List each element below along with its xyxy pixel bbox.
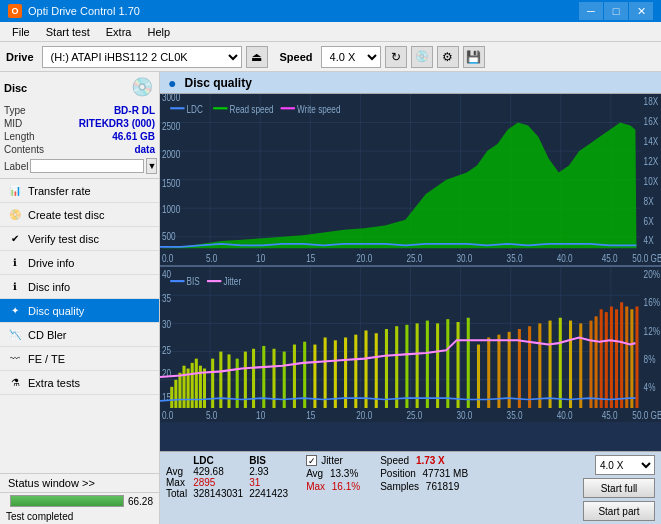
svg-rect-91 xyxy=(203,369,206,408)
drive-info-icon: ℹ xyxy=(8,256,22,270)
svg-text:10: 10 xyxy=(256,252,265,265)
menu-file[interactable]: File xyxy=(4,24,38,40)
disc-eject-icon[interactable]: 💿 xyxy=(131,76,155,100)
start-part-button[interactable]: Start part xyxy=(583,501,655,521)
sidebar-item-disc-quality[interactable]: ✦ Disc quality xyxy=(0,299,159,323)
status-bar: Status window >> 66.28 Test completed xyxy=(0,473,159,524)
svg-rect-111 xyxy=(395,327,398,409)
charts-container: 3000 2500 2000 1500 1000 500 18X 16X 14X… xyxy=(160,94,661,451)
svg-rect-104 xyxy=(324,338,327,408)
disc-label-input[interactable] xyxy=(30,159,144,173)
progress-row: 66.28 xyxy=(0,493,159,509)
disc-mid-value: RITEKDR3 (000) xyxy=(79,118,155,129)
stats-ldc-avg: 429.68 xyxy=(193,466,249,477)
speed-stat-label: Speed xyxy=(380,455,409,466)
svg-rect-132 xyxy=(600,310,603,409)
svg-text:14X: 14X xyxy=(644,135,659,148)
sidebar-item-transfer-rate[interactable]: 📊 Transfer rate xyxy=(0,179,159,203)
progress-bar xyxy=(10,495,124,507)
svg-text:16X: 16X xyxy=(644,115,659,128)
menu-extra[interactable]: Extra xyxy=(98,24,140,40)
close-button[interactable]: ✕ xyxy=(629,2,653,20)
svg-text:4%: 4% xyxy=(644,381,656,394)
stats-table: LDC BIS Avg 429.68 2.93 Max 2895 31 xyxy=(166,455,294,499)
svg-text:BIS: BIS xyxy=(187,275,201,288)
maximize-button[interactable]: □ xyxy=(604,2,628,20)
minimize-button[interactable]: ─ xyxy=(579,2,603,20)
transfer-rate-icon: 📊 xyxy=(8,184,22,198)
svg-rect-129 xyxy=(579,324,582,409)
menu-start-test[interactable]: Start test xyxy=(38,24,98,40)
jitter-avg-row: Avg 13.3% xyxy=(306,468,360,479)
svg-rect-108 xyxy=(364,331,367,409)
disc-quality-header: ● Disc quality xyxy=(160,72,661,94)
svg-rect-133 xyxy=(605,312,608,408)
sidebar-item-cd-bler[interactable]: 📉 CD Bler xyxy=(0,323,159,347)
disc-label-button[interactable]: ▼ xyxy=(146,158,157,174)
disc-quality-icon: ✦ xyxy=(8,304,22,318)
app-title: Opti Drive Control 1.70 xyxy=(28,5,140,17)
svg-text:5.0: 5.0 xyxy=(206,252,218,265)
settings-button[interactable]: ⚙ xyxy=(437,46,459,68)
sidebar-label-disc-quality: Disc quality xyxy=(28,305,84,317)
svg-rect-109 xyxy=(375,334,378,409)
svg-text:40.0: 40.0 xyxy=(557,252,573,265)
jitter-checkbox[interactable]: ✓ xyxy=(306,455,317,466)
jitter-max-label: Max xyxy=(306,481,325,492)
svg-text:1000: 1000 xyxy=(162,202,181,215)
sidebar-item-fe-te[interactable]: 〰 FE / TE xyxy=(0,347,159,371)
svg-rect-122 xyxy=(508,332,511,408)
svg-text:45.0: 45.0 xyxy=(602,409,618,422)
svg-text:2000: 2000 xyxy=(162,148,181,161)
speed-combo-row: 4.0 X xyxy=(595,455,655,475)
svg-rect-136 xyxy=(620,303,623,409)
status-window-button[interactable]: Status window >> xyxy=(0,474,159,493)
menu-help[interactable]: Help xyxy=(139,24,178,40)
svg-rect-137 xyxy=(625,307,628,409)
disc-panel: Disc 💿 Type BD-R DL MID RITEKDR3 (000) L… xyxy=(0,72,159,179)
svg-text:12X: 12X xyxy=(644,155,659,168)
window-controls: ─ □ ✕ xyxy=(579,2,653,20)
svg-rect-119 xyxy=(477,345,480,408)
start-full-button[interactable]: Start full xyxy=(583,478,655,498)
disc-quality-header-icon: ● xyxy=(168,75,176,91)
drive-select[interactable]: (H:) ATAPI iHBS112 2 CL0K xyxy=(42,46,242,68)
svg-rect-107 xyxy=(354,335,357,408)
svg-rect-94 xyxy=(227,355,230,409)
disc-contents-label: Contents xyxy=(4,144,44,155)
svg-rect-121 xyxy=(497,335,500,408)
position-row: Position 47731 MB xyxy=(380,468,468,479)
sidebar-label-fe-te: FE / TE xyxy=(28,353,65,365)
sidebar-label-verify-test-disc: Verify test disc xyxy=(28,233,99,245)
speed-select[interactable]: 4.0 X xyxy=(321,46,381,68)
sidebar-item-drive-info[interactable]: ℹ Drive info xyxy=(0,251,159,275)
sidebar-item-create-test-disc[interactable]: 📀 Create test disc xyxy=(0,203,159,227)
svg-text:40.0: 40.0 xyxy=(557,409,573,422)
stats-bis-max: 31 xyxy=(249,477,294,488)
svg-rect-117 xyxy=(457,322,460,408)
sidebar-item-extra-tests[interactable]: ⚗ Extra tests xyxy=(0,371,159,395)
svg-text:30: 30 xyxy=(162,318,172,331)
sidebar-item-disc-info[interactable]: ℹ Disc info xyxy=(0,275,159,299)
svg-text:35: 35 xyxy=(162,292,172,305)
sidebar-item-verify-test-disc[interactable]: ✔ Verify test disc xyxy=(0,227,159,251)
svg-text:5.0: 5.0 xyxy=(206,409,218,422)
eject-button[interactable]: ⏏ xyxy=(246,46,268,68)
svg-text:15: 15 xyxy=(306,252,315,265)
svg-text:45.0: 45.0 xyxy=(602,252,618,265)
svg-rect-138 xyxy=(630,310,633,409)
stats-col-bis: BIS xyxy=(249,455,294,466)
stats-label-max: Max xyxy=(166,477,193,488)
speed-combo-select[interactable]: 4.0 X xyxy=(595,455,655,475)
svg-text:0.0: 0.0 xyxy=(162,252,174,265)
svg-rect-95 xyxy=(236,359,239,408)
svg-text:30.0: 30.0 xyxy=(457,252,473,265)
disc-button[interactable]: 💿 xyxy=(411,46,433,68)
svg-rect-130 xyxy=(589,321,592,408)
samples-val: 761819 xyxy=(426,481,459,492)
svg-text:500: 500 xyxy=(162,229,176,242)
svg-rect-85 xyxy=(178,373,181,408)
refresh-button[interactable]: ↻ xyxy=(385,46,407,68)
save-button[interactable]: 💾 xyxy=(463,46,485,68)
status-window-label: Status window >> xyxy=(8,477,95,489)
